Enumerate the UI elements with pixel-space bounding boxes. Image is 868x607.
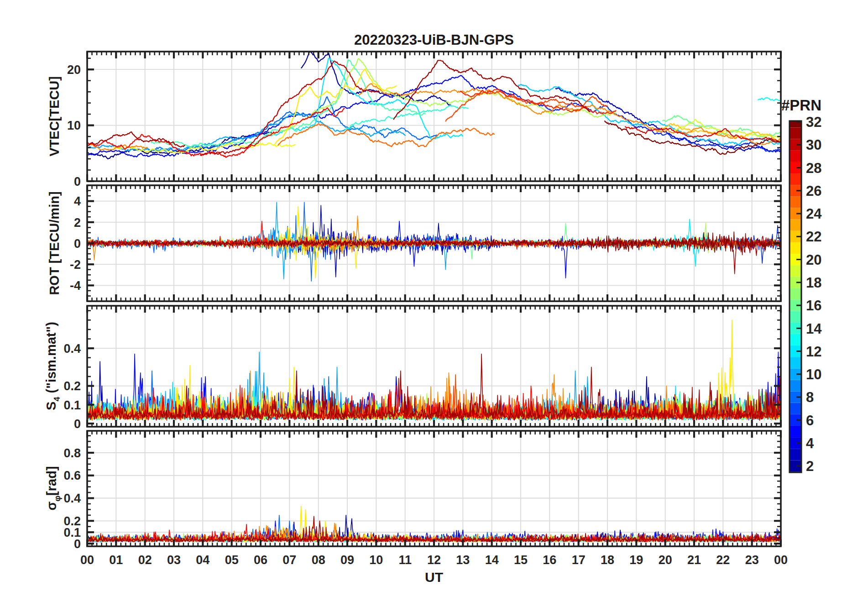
colorbar: 2468101214161820222426283032 (790, 114, 822, 474)
colorbar-segment-prn-25 (790, 196, 801, 208)
colorbar-segment-prn-27 (790, 173, 801, 185)
colorbar-segment-prn-29 (790, 151, 801, 162)
svg-text:30: 30 (806, 137, 821, 153)
vtec-series-prn-24 (359, 84, 781, 145)
svg-text:8: 8 (806, 389, 814, 405)
svg-text:10: 10 (806, 366, 821, 382)
svg-text:07: 07 (282, 553, 296, 567)
panel-vtec: 01020 (67, 51, 781, 188)
svg-text:20: 20 (806, 252, 821, 268)
svg-text:32: 32 (806, 114, 821, 130)
svg-text:05: 05 (225, 553, 239, 567)
sigma_phi-ytick-labels: 00.10.20.40.60.8 (63, 446, 81, 551)
svg-text:18: 18 (806, 275, 821, 291)
svg-text:0.2: 0.2 (63, 379, 81, 393)
colorbar-segment-prn-19 (790, 265, 801, 277)
rot-ytick-labels: -4-2024 (70, 194, 81, 293)
colorbar-segment-prn-17 (790, 288, 801, 299)
svg-text:4: 4 (74, 194, 81, 208)
colorbar-segment-prn-11 (790, 357, 801, 368)
colorbar-segment-prn-5 (790, 426, 801, 437)
svg-text:28: 28 (806, 160, 821, 176)
svg-text:0: 0 (74, 417, 81, 431)
svg-text:04: 04 (196, 553, 209, 567)
colorbar-segment-prn-9 (790, 380, 801, 391)
svg-text:17: 17 (572, 553, 586, 567)
svg-text:10: 10 (67, 119, 81, 132)
svg-text:2: 2 (74, 216, 81, 230)
svg-text:23: 23 (745, 553, 759, 567)
svg-text:26: 26 (806, 183, 821, 199)
svg-text:20: 20 (659, 553, 672, 567)
colorbar-segment-prn-31 (790, 128, 801, 139)
sigma_phi-grid (87, 431, 781, 546)
svg-text:18: 18 (601, 553, 614, 567)
svg-text:00: 00 (774, 553, 788, 567)
svg-text:12: 12 (806, 344, 821, 360)
svg-text:08: 08 (312, 553, 325, 567)
svg-text:14: 14 (806, 321, 822, 337)
figure: 20220323-UiB-BJN-GPS VTEC[TECU] ROT [TEC… (0, 0, 868, 607)
svg-text:13: 13 (456, 553, 470, 567)
colorbar-tick-labels: 2468101214161820222426283032 (806, 114, 822, 474)
svg-text:0: 0 (74, 175, 81, 188)
svg-text:06: 06 (254, 553, 267, 567)
svg-text:6: 6 (806, 413, 814, 429)
svg-text:02: 02 (138, 553, 152, 567)
svg-text:-2: -2 (70, 258, 81, 272)
vtec-series-prn-15 (151, 60, 425, 147)
svg-text:2: 2 (806, 458, 814, 474)
svg-text:16: 16 (543, 553, 556, 567)
panel-sigma_phi: 00.10.20.40.60.8 (63, 431, 781, 551)
colorbar-segment-prn-7 (790, 403, 801, 414)
vtec-series-prn-10 (87, 113, 405, 152)
svg-text:00: 00 (80, 553, 94, 567)
colorbar-segment-prn-13 (790, 334, 801, 345)
svg-text:0.4: 0.4 (63, 492, 81, 505)
svg-text:0: 0 (74, 237, 81, 251)
svg-text:0.4: 0.4 (63, 342, 81, 356)
svg-text:14: 14 (485, 553, 499, 567)
colorbar-segment-prn-23 (790, 220, 801, 231)
svg-text:11: 11 (398, 553, 412, 567)
svg-text:22: 22 (806, 229, 821, 245)
rot-series-prn-5 (295, 221, 636, 278)
colorbar-segment-prn-3 (790, 449, 801, 460)
svg-text:22: 22 (716, 553, 730, 567)
plot-canvas: 01020-4-202400.10.20.400.10.20.40.60.800… (0, 0, 868, 607)
svg-text:0.1: 0.1 (63, 398, 81, 412)
panel-rot: -4-2024 (70, 185, 781, 301)
colorbar-segment-prn-15 (790, 311, 801, 323)
svg-text:12: 12 (427, 553, 441, 567)
x-tick-labels: 0001020304050607080910111213141516171819… (80, 553, 788, 567)
svg-text:03: 03 (167, 553, 181, 567)
svg-text:19: 19 (629, 553, 643, 567)
svg-text:15: 15 (514, 553, 528, 567)
svg-text:4: 4 (806, 435, 814, 451)
vtec-series-prn-5 (87, 75, 515, 157)
svg-text:09: 09 (340, 553, 354, 567)
s4-ytick-labels: 00.10.20.4 (63, 342, 81, 431)
svg-text:0.2: 0.2 (63, 514, 81, 528)
panel-s4: 00.10.20.4 (63, 306, 781, 431)
svg-text:01: 01 (109, 553, 123, 567)
svg-text:20: 20 (67, 63, 81, 77)
svg-text:-4: -4 (70, 279, 81, 293)
svg-text:10: 10 (369, 553, 383, 567)
colorbar-segment-prn-21 (790, 242, 801, 254)
svg-text:24: 24 (806, 206, 822, 222)
vtec-series-prn-13 (758, 98, 781, 100)
vtec-ytick-labels: 01020 (67, 63, 81, 188)
svg-text:0.8: 0.8 (63, 446, 81, 460)
svg-text:21: 21 (687, 553, 701, 567)
svg-text:0.6: 0.6 (63, 469, 81, 482)
svg-text:16: 16 (806, 298, 821, 314)
